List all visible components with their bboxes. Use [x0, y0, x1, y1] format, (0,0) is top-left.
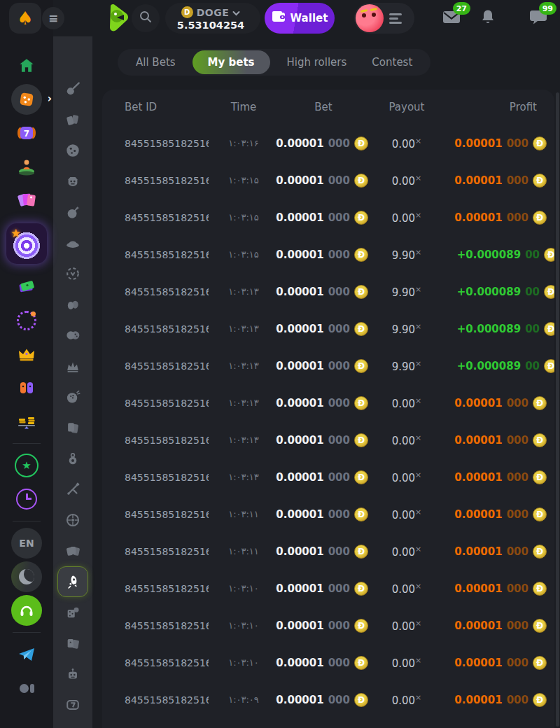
game-item-coinflip-icon[interactable]: [53, 320, 92, 351]
dice-cards-icon: [65, 605, 80, 620]
sidebar-item-ring[interactable]: [0, 304, 53, 337]
sidebar-item-promotions[interactable]: [0, 183, 53, 217]
doge-coin-icon: Ð: [533, 619, 547, 633]
game-item-keno-icon[interactable]: [53, 351, 92, 382]
hamburger-icon: ≡: [48, 11, 58, 25]
doge-coin-icon: Ð: [533, 396, 547, 410]
game-item-bowling-icon[interactable]: [53, 382, 92, 412]
game-item-mines-icon[interactable]: [53, 197, 92, 227]
sidebar-item-balance[interactable]: [0, 405, 53, 438]
star-circle-icon: ★: [15, 454, 38, 477]
doge-coin-icon: Ð: [533, 136, 547, 150]
game-item-wheel-icon[interactable]: [53, 505, 92, 536]
telegram-link[interactable]: [0, 638, 53, 671]
game-item-video-poker-icon[interactable]: [53, 536, 92, 566]
bet-id-cell: 845515851825165: [125, 583, 209, 594]
bet-cell: 0.00001000 Ð: [279, 211, 368, 225]
table-row[interactable]: 845515851825166 ۱:۰۳:۱۵ 0.00001000 Ð 0.0…: [102, 162, 554, 199]
profit-cell: 0.00001000 Ð: [445, 396, 547, 410]
wallet-label: Wallet: [290, 12, 328, 24]
time-cell: ۱:۰۳:۱۳: [209, 323, 279, 334]
game-item-spin-icon[interactable]: [53, 258, 92, 289]
profit-cell: +0.00008900 Ð: [456, 248, 554, 262]
game-item-robot-icon[interactable]: [53, 659, 92, 690]
sidebar-item-vip[interactable]: [0, 337, 53, 371]
tab-contest[interactable]: Contest: [359, 49, 425, 76]
game-item-crash-icon[interactable]: [53, 74, 92, 104]
game-item-slots-frame-icon[interactable]: [53, 690, 92, 720]
payout-cell: 0.00×: [368, 470, 445, 484]
currency-selector[interactable]: D DOGE 5.53104254: [165, 3, 260, 34]
tab-all-bets[interactable]: All Bets: [123, 49, 188, 76]
bet-id-cell: 845515851825166: [125, 175, 209, 186]
time-cell: ۱:۰۳:۱۰: [209, 583, 279, 594]
wallet-button[interactable]: Wallet: [265, 3, 335, 34]
game-item-plinko-icon[interactable]: [53, 227, 92, 258]
game-item-poker-cards-icon[interactable]: [53, 628, 92, 659]
table-row[interactable]: 845515851825165 ۱:۰۳:۱۳ 0.00001000 Ð 0.0…: [102, 458, 554, 496]
table-row[interactable]: 845515851825165 ۱:۰۳:۱۰ 0.00001000 Ð 0.0…: [102, 644, 554, 681]
bet-cell: 0.00001000 Ð: [279, 174, 368, 188]
game-item-twist-cards-icon[interactable]: [53, 104, 92, 135]
game-item-limbo-icon[interactable]: [53, 443, 92, 474]
sidebar-collapse-button[interactable]: ≡: [42, 7, 64, 29]
mail-button[interactable]: 27: [442, 8, 461, 28]
payout-cell: 0.00×: [368, 396, 445, 410]
community-link[interactable]: [0, 671, 53, 705]
time-cell: ۱:۰۳:۱۵: [209, 212, 279, 223]
support-button[interactable]: [0, 594, 53, 627]
user-menu[interactable]: [354, 3, 414, 34]
table-row[interactable]: 845515851825165 ۱:۰۳:۱۳ 0.00001000 Ð 0.0…: [102, 384, 554, 421]
profit-cell: 0.00001000 Ð: [445, 507, 547, 522]
sidebar-item-home[interactable]: [0, 49, 53, 83]
game-item-rocket-icon[interactable]: [57, 566, 88, 597]
table-row[interactable]: 845515851825166 ۱:۰۳:۱۵ 0.00001000 Ð 0.0…: [102, 199, 554, 236]
profit-cell: 0.00001000 Ð: [445, 211, 547, 225]
community-dots-icon: [20, 684, 34, 693]
sidebar-item-vip-club[interactable]: ★: [0, 449, 53, 482]
payout-cell: 9.90×: [368, 322, 445, 336]
sidebar-item-recent[interactable]: [0, 482, 53, 516]
language-button[interactable]: EN: [0, 526, 53, 560]
game-item-dice-cards-icon[interactable]: [53, 597, 92, 628]
sidebar-item-roulette[interactable]: ★: [0, 217, 53, 270]
payout-cell: 0.00×: [368, 656, 445, 670]
table-row[interactable]: 845515851825165 ۱:۰۳:۱۳ 0.00001000 Ð 9.9…: [102, 273, 554, 310]
casino-dice-icon: [18, 90, 36, 108]
table-row[interactable]: 845515851825165 ۱:۰۳:۱۰ 0.00001000 Ð 0.0…: [102, 570, 554, 607]
time-cell: ۱:۰۳:۱۳: [209, 286, 279, 297]
tab-high-rollers[interactable]: High rollers: [274, 49, 360, 76]
video-poker-icon: [65, 543, 80, 559]
table-row[interactable]: 845515851825165 ۱:۰۳:۰۹ 0.00001000 Ð 0.0…: [102, 681, 554, 718]
table-row[interactable]: 845515851825165 ۱:۰۳:۱۳ 0.00001000 Ð 9.9…: [102, 310, 554, 347]
game-item-eggs-icon[interactable]: [53, 289, 92, 320]
theme-toggle[interactable]: [0, 560, 53, 594]
table-row[interactable]: 845515851825165 ۱:۰۳:۱۳ 0.00001000 Ð 9.9…: [102, 347, 554, 384]
sidebar-item-pvp[interactable]: [0, 371, 53, 405]
tab-my-bets[interactable]: My bets: [192, 50, 270, 74]
doge-coin-icon: Ð: [544, 285, 554, 299]
brand-logo[interactable]: [105, 4, 133, 33]
game-item-classic-dice-icon[interactable]: [53, 135, 92, 166]
table-row[interactable]: 845515851825165 ۱:۰۳:۱۱ 0.00001000 Ð 0.0…: [102, 496, 554, 533]
pvp-faces-icon: [17, 379, 36, 397]
game-item-sword-icon[interactable]: [53, 474, 92, 505]
table-row[interactable]: 845515851825166 ۱:۰۳:۱۶ 0.00001000 Ð 0.0…: [102, 125, 554, 162]
sidebar-item-slots[interactable]: 7: [0, 116, 53, 150]
scrollbar[interactable]: [556, 92, 559, 727]
notifications-button[interactable]: [479, 8, 496, 28]
table-row[interactable]: 845515851825165 ۱:۰۳:۱۱ 0.00001000 Ð 0.0…: [102, 533, 554, 570]
table-row[interactable]: 845515851825165 ۱:۰۳:۱۳ 0.00001000 Ð 0.0…: [102, 421, 554, 458]
header-profit: Profit: [445, 101, 547, 113]
game-item-beast-icon[interactable]: [53, 166, 92, 197]
sidebar-item-lottery[interactable]: [0, 270, 53, 304]
table-row[interactable]: 845515851825165 ۱:۰۳:۱۵ 0.00001000 Ð 9.9…: [102, 236, 554, 273]
chat-button[interactable]: 99: [529, 8, 547, 28]
table-row[interactable]: 845515851825165 ۱:۰۳:۱۰ 0.00001000 Ð 0.0…: [102, 607, 554, 644]
site-logo[interactable]: ♠: [9, 3, 41, 34]
sidebar-item-live-casino[interactable]: [0, 150, 53, 183]
sidebar-item-casino[interactable]: ›: [0, 83, 53, 116]
eggs-icon: [65, 297, 80, 312]
search-button[interactable]: [132, 4, 160, 32]
game-item-cards-stack-icon[interactable]: [53, 412, 92, 443]
